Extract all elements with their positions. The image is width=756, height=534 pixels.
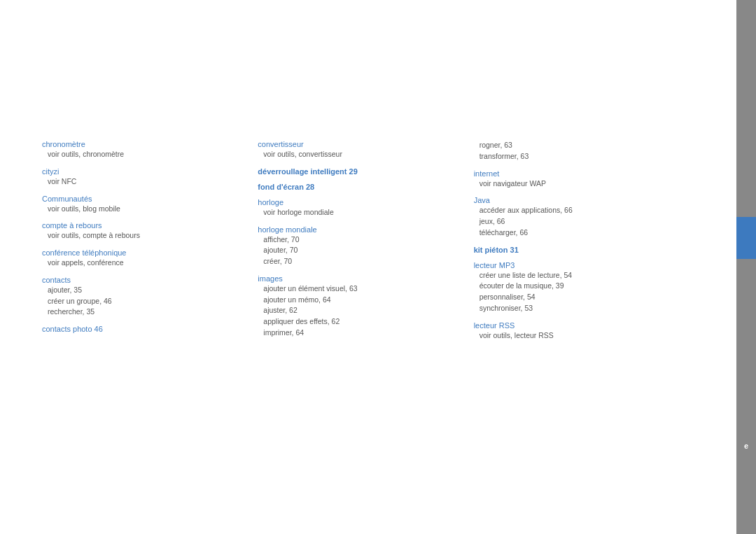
entry-sub-horloge-mondiale-3: créer, 70: [258, 256, 459, 267]
entry-sub-conference-1: voir appels, conférence: [42, 258, 244, 269]
entry-images: images ajouter un élément visuel, 63 ajo…: [258, 274, 459, 339]
entry-title-convertisseur: convertisseur: [258, 140, 459, 148]
entry-sub-horloge-mondiale-2: ajouter, 70: [258, 245, 459, 256]
content-area: chronomètre voir outils, chronomètre cit…: [0, 140, 732, 348]
entry-sub-java-2: jeux, 66: [474, 216, 676, 227]
column-3: rogner, 63 transformer, 63 internet voir…: [474, 140, 690, 348]
entry-sub-convertisseur-1: voir outils, convertisseur: [258, 149, 459, 160]
entry-title-lecteur-rss: lecteur RSS: [474, 321, 676, 330]
entry-sub-cityzi-1: voir NFC: [42, 176, 244, 188]
entry-sub-images-4: appliquer des effets, 62: [258, 316, 459, 328]
entry-convertisseur: convertisseur voir outils, convertisseur: [258, 140, 459, 160]
entry-sub-java-1: accéder aux applications, 66: [474, 205, 676, 216]
entry-title-compte-rebours: compte à rebours: [42, 221, 244, 230]
entry-lecteur-rss: lecteur RSS voir outils, lecteur RSS: [474, 321, 676, 342]
entry-horloge-mondiale: horloge mondiale afficher, 70 ajouter, 7…: [258, 225, 459, 267]
entry-chronometre: chronomètre voir outils, chronomètre: [42, 140, 244, 160]
column-1: chronomètre voir outils, chronomètre cit…: [42, 140, 258, 348]
entry-contacts: contacts ajouter, 35 créer un groupe, 46…: [42, 276, 244, 318]
side-tab-highlight: [736, 217, 756, 259]
entry-kit-pieton: kit piéton 31: [474, 246, 676, 254]
entry-compte-rebours: compte à rebours voir outils, compte à r…: [42, 221, 244, 241]
entry-sub-contacts-2: créer un groupe, 46: [42, 296, 244, 307]
entry-sub-horloge-1: voir horloge mondiale: [258, 207, 459, 218]
entry-title-chronometre: chronomètre: [42, 140, 244, 148]
entry-title-horloge: horloge: [258, 198, 459, 206]
entry-sub-compte-rebours-1: voir outils, compte à rebours: [42, 230, 244, 241]
entry-sub-continued-2: transformer, 63: [474, 151, 676, 162]
entry-sub-lecteur-mp3-2: écouter de la musique, 39: [474, 281, 676, 292]
entry-java: Java accéder aux applications, 66 jeux, …: [474, 196, 676, 238]
entry-title-horloge-mondiale: horloge mondiale: [258, 225, 459, 234]
entry-title-lecteur-mp3: lecteur MP3: [474, 261, 676, 269]
entry-sub-lecteur-mp3-1: créer une liste de lecture, 54: [474, 270, 676, 281]
entry-horloge: horloge voir horloge mondiale: [258, 198, 459, 218]
entry-title-conference: conférence téléphonique: [42, 248, 244, 257]
entry-title-communautes: Communautés: [42, 195, 244, 203]
entry-cityzi: cityzi voir NFC: [42, 167, 244, 188]
entry-title-java: Java: [474, 196, 676, 204]
entry-lecteur-mp3: lecteur MP3 créer une liste de lecture, …: [474, 261, 676, 314]
entry-sub-images-5: imprimer, 64: [258, 328, 459, 339]
entry-sub-images-2: ajouter un mémo, 64: [258, 295, 459, 306]
columns-wrapper: chronomètre voir outils, chronomètre cit…: [42, 140, 690, 348]
entry-title-internet: internet: [474, 169, 676, 178]
entry-fond-ecran: fond d'écran 28: [258, 183, 459, 191]
side-tab: [736, 0, 756, 534]
side-tab-letter: e: [736, 442, 756, 450]
page: e chronomètre voir outils, chronomètre c…: [0, 0, 756, 534]
entry-sub-communautes-1: voir outils, blog mobile: [42, 204, 244, 215]
entry-title-contacts: contacts: [42, 276, 244, 284]
entry-sub-contacts-3: rechercher, 35: [42, 307, 244, 318]
entry-title-cityzi: cityzi: [42, 167, 244, 176]
entry-communautes: Communautés voir outils, blog mobile: [42, 195, 244, 215]
entry-sub-lecteur-mp3-3: personnaliser, 54: [474, 292, 676, 303]
entry-sub-internet-1: voir navigateur WAP: [474, 178, 676, 190]
entry-sub-chronometre-1: voir outils, chronomètre: [42, 149, 244, 160]
entry-title-deverroullage: déverroullage intelligent 29: [258, 167, 357, 176]
entry-sub-horloge-mondiale-1: afficher, 70: [258, 234, 459, 246]
entry-deverroullage: déverroullage intelligent 29: [258, 167, 459, 176]
entry-conference: conférence téléphonique voir appels, con…: [42, 248, 244, 269]
entry-sub-continued-1: rogner, 63: [474, 140, 676, 151]
entry-contacts-photo: contacts photo 46: [42, 325, 244, 333]
entry-title-images: images: [258, 274, 459, 283]
column-2: convertisseur voir outils, convertisseur…: [258, 140, 473, 348]
entry-continued: rogner, 63 transformer, 63: [474, 140, 676, 162]
entry-title-fond-ecran: fond d'écran 28: [258, 183, 314, 191]
entry-internet: internet voir navigateur WAP: [474, 169, 676, 190]
entry-sub-lecteur-rss-1: voir outils, lecteur RSS: [474, 330, 676, 342]
entry-title-kit-pieton: kit piéton 31: [474, 246, 519, 254]
entry-title-contacts-photo: contacts photo 46: [42, 325, 244, 333]
entry-sub-lecteur-mp3-4: synchroniser, 53: [474, 303, 676, 314]
entry-sub-java-3: télécharger, 66: [474, 227, 676, 239]
entry-sub-images-1: ajouter un élément visuel, 63: [258, 283, 459, 295]
entry-sub-contacts-1: ajouter, 35: [42, 285, 244, 296]
entry-sub-images-3: ajuster, 62: [258, 305, 459, 316]
